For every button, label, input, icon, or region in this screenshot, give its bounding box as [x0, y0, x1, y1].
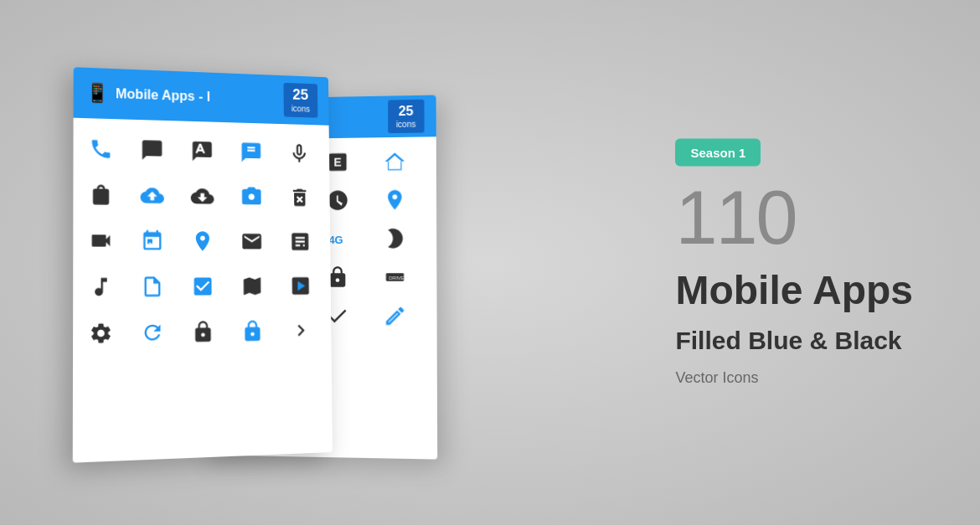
boxes-container: Mobile Apps - II 25 icons E [50, 45, 486, 481]
icon-map-pin [184, 222, 221, 259]
svg-text:DRIVE: DRIVE [389, 275, 404, 281]
icon-document [134, 268, 172, 306]
icon-signal-tower [379, 145, 410, 177]
box2-count: 25 icons [388, 100, 425, 133]
box1-count: 25 icons [283, 83, 317, 117]
phone-header-icon: 📱 [85, 81, 109, 104]
icon-camera [234, 178, 270, 215]
icon-refresh [134, 313, 172, 351]
right-panel: Season 1 110 Mobile Apps Filled Blue & B… [675, 138, 913, 387]
svg-text:4G: 4G [329, 234, 343, 245]
icon-lock-refresh [184, 312, 221, 350]
icon-cloud-upload [133, 176, 170, 214]
box1-header: 📱 Mobile Apps - I 25 icons [74, 67, 329, 126]
icon-location-pin [379, 183, 410, 215]
icon-drive: DRIVE [379, 260, 411, 292]
svg-text:22: 22 [148, 241, 155, 247]
icon-phone-call [82, 130, 120, 167]
box1-title: Mobile Apps - I [116, 86, 283, 107]
icon-moon [379, 222, 411, 254]
icon-map-triangle [234, 267, 270, 304]
icon-box-1: 📱 Mobile Apps - I 25 icons [73, 67, 333, 463]
icon-speech-bubble-dots [233, 134, 269, 171]
product-type: Vector Icons [675, 369, 913, 387]
icon-pencil [379, 300, 411, 332]
icon-microphone [281, 135, 317, 172]
icon-checkbox-check [184, 267, 221, 304]
icon-count: 110 [675, 179, 913, 255]
icon-music [82, 268, 121, 306]
box1-icons: 22 [73, 117, 332, 364]
icon-mail [234, 223, 270, 260]
icon-arrow-right [283, 311, 318, 348]
icon-calculator [282, 223, 317, 259]
icon-chat-dots [184, 132, 221, 170]
icon-chat-bubble [133, 131, 170, 168]
icon-lock-secure [235, 312, 271, 349]
icon-trash [282, 179, 317, 215]
svg-text:E: E [334, 155, 342, 168]
icon-settings-gear [82, 314, 121, 353]
season-badge: Season 1 [675, 138, 761, 166]
icon-calendar: 22 [134, 222, 172, 260]
icon-video-camera [82, 221, 120, 259]
product-name: Mobile Apps [675, 268, 913, 312]
product-subtitle: Filled Blue & Black [675, 326, 913, 356]
icon-play-button [283, 267, 318, 303]
icon-shopping-bag [82, 175, 120, 213]
icon-cloud-download [184, 178, 221, 214]
